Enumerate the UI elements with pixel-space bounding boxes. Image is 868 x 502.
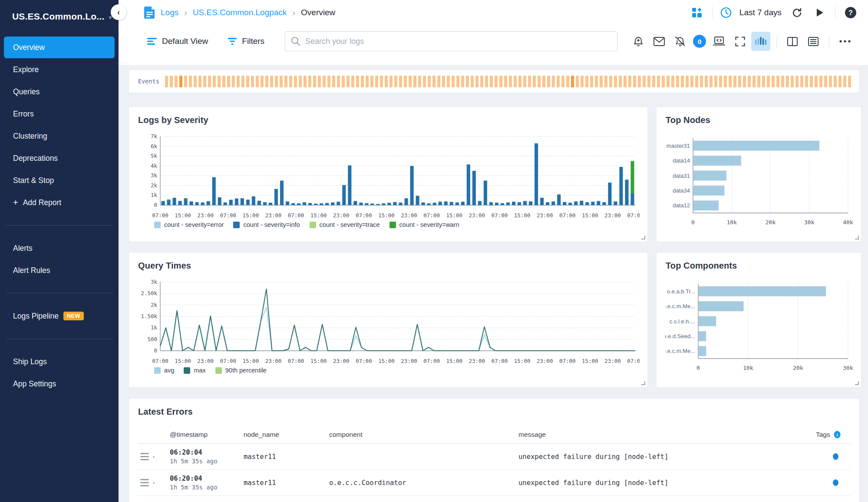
event-tick[interactable]: [547, 76, 550, 87]
col-component[interactable]: component: [329, 431, 518, 439]
event-tick[interactable]: [676, 76, 679, 87]
event-tick[interactable]: [729, 76, 732, 87]
event-tick[interactable]: [538, 76, 541, 87]
event-tick[interactable]: [409, 76, 412, 87]
create-alert-bell-icon[interactable]: [629, 32, 648, 51]
event-tick[interactable]: [810, 76, 813, 87]
event-tick[interactable]: [342, 76, 345, 87]
query-times-chart[interactable]: 05001k1.50k2k2.50k3k07:0015:0023:0007:00…: [138, 277, 640, 366]
event-tick[interactable]: [304, 76, 307, 87]
time-range-clock-icon[interactable]: [720, 5, 732, 20]
row-expander-icon[interactable]: ˇˇ: [153, 453, 155, 461]
event-tick[interactable]: [452, 76, 455, 87]
event-tick[interactable]: [743, 76, 746, 87]
events-tick-strip[interactable]: [165, 76, 851, 87]
event-tick[interactable]: [585, 76, 588, 87]
event-tick[interactable]: [442, 76, 445, 87]
event-tick[interactable]: [461, 76, 464, 87]
event-tick[interactable]: [499, 76, 502, 87]
sidebar-item-explore[interactable]: Explore: [4, 59, 115, 80]
email-report-icon[interactable]: [650, 32, 669, 51]
refresh-icon[interactable]: [789, 5, 805, 20]
sidebar-item-start-stop[interactable]: Start & Stop: [4, 170, 115, 191]
event-tick[interactable]: [208, 76, 211, 87]
event-tick[interactable]: [256, 76, 259, 87]
resize-handle[interactable]: [641, 381, 645, 385]
event-tick[interactable]: [581, 76, 584, 87]
event-tick[interactable]: [504, 76, 507, 87]
event-tick[interactable]: [767, 76, 770, 87]
event-tick[interactable]: [643, 76, 646, 87]
event-tick[interactable]: [805, 76, 808, 87]
resize-handle[interactable]: [855, 381, 859, 385]
event-tick[interactable]: [466, 76, 469, 87]
event-tick[interactable]: [361, 76, 364, 87]
event-tick[interactable]: [490, 76, 493, 87]
tag-dot[interactable]: [833, 479, 838, 486]
event-tick[interactable]: [437, 76, 440, 87]
add-to-dashboard-icon[interactable]: [689, 5, 705, 20]
logs-by-severity-chart[interactable]: 01k2k3k4k5k6k7k07:0015:0023:0007:0015:00…: [138, 131, 640, 220]
event-tick[interactable]: [394, 76, 397, 87]
event-tick[interactable]: [265, 76, 268, 87]
row-expander-icon[interactable]: ˇˇ: [153, 479, 155, 487]
muted-alerts-bell-slash-icon[interactable]: [670, 32, 690, 51]
filters-button[interactable]: Filters: [228, 37, 264, 46]
chart-view-toggle-icon[interactable]: [751, 32, 770, 51]
breadcrumb-app[interactable]: US.ES.Common.Logpack: [193, 8, 287, 17]
event-tick[interactable]: [475, 76, 479, 87]
top-components-chart[interactable]: 010k20k30ko.e.a.b.Tr...o.e.c.m.Me...c.s.…: [665, 281, 853, 373]
event-tick[interactable]: [757, 76, 760, 87]
event-tick[interactable]: [829, 76, 832, 87]
event-tick[interactable]: [705, 76, 708, 87]
row-menu-icon[interactable]: [140, 479, 149, 486]
event-tick[interactable]: [232, 76, 235, 87]
event-tick[interactable]: [471, 76, 474, 87]
event-tick[interactable]: [595, 76, 598, 87]
sidebar-item-alert-rules[interactable]: Alert Rules: [4, 259, 115, 281]
event-tick[interactable]: [786, 76, 789, 87]
event-tick[interactable]: [748, 76, 751, 87]
event-tick[interactable]: [824, 76, 827, 87]
event-tick[interactable]: [509, 76, 512, 87]
event-tick[interactable]: [198, 76, 201, 87]
col-message[interactable]: message: [518, 431, 816, 439]
event-tick[interactable]: [772, 76, 775, 87]
event-tick[interactable]: [781, 76, 784, 87]
error-row[interactable]: ˇˇ06:20:041h 5m 35s agomaster11unexpecte…: [138, 444, 851, 470]
event-tick[interactable]: [179, 76, 182, 87]
event-tick[interactable]: [370, 76, 373, 87]
event-tick[interactable]: [795, 76, 799, 87]
event-tick[interactable]: [776, 76, 779, 87]
event-tick[interactable]: [275, 76, 278, 87]
event-tick[interactable]: [571, 76, 574, 87]
event-tick[interactable]: [194, 76, 197, 87]
event-tick[interactable]: [671, 76, 674, 87]
event-tick[interactable]: [604, 76, 607, 87]
event-tick[interactable]: [375, 76, 378, 87]
event-tick[interactable]: [313, 76, 316, 87]
event-tick[interactable]: [561, 76, 564, 87]
event-tick[interactable]: [523, 76, 526, 87]
event-tick[interactable]: [552, 76, 555, 87]
tags-info-icon[interactable]: i: [833, 430, 841, 439]
event-tick[interactable]: [514, 76, 517, 87]
event-tick[interactable]: [347, 76, 350, 87]
event-tick[interactable]: [332, 76, 335, 87]
col-node-name[interactable]: node_name: [244, 431, 329, 439]
event-tick[interactable]: [657, 76, 660, 87]
event-tick[interactable]: [246, 76, 249, 87]
event-tick[interactable]: [447, 76, 450, 87]
sidebar-item-queries[interactable]: Queries: [4, 81, 115, 103]
event-tick[interactable]: [189, 76, 192, 87]
top-nodes-chart[interactable]: 010k20k30k40kmaster31data14data31data34d…: [665, 136, 853, 228]
event-tick[interactable]: [170, 76, 173, 87]
event-tick[interactable]: [294, 76, 297, 87]
muted-alerts-count-badge[interactable]: 0: [693, 35, 706, 48]
event-tick[interactable]: [213, 76, 216, 87]
event-tick[interactable]: [495, 76, 498, 87]
event-tick[interactable]: [428, 76, 431, 87]
event-tick[interactable]: [218, 76, 221, 87]
resize-handle[interactable]: [641, 236, 645, 239]
event-tick[interactable]: [843, 76, 846, 87]
